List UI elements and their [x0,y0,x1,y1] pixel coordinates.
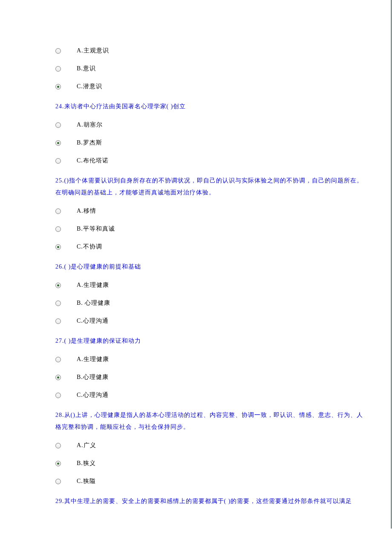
radio-icon [55,479,61,484]
radio-wrap[interactable] [55,479,77,484]
radio-icon [55,375,61,380]
option-label: B.意识 [77,65,96,72]
radio-wrap[interactable] [55,158,77,164]
option-label: B.平等和真诚 [77,225,115,233]
option-row[interactable]: C.布伦塔诺 [13,157,378,165]
radio-icon [55,244,61,250]
option-row[interactable]: A.胡塞尔 [13,121,378,129]
radio-wrap[interactable] [55,122,77,128]
radio-wrap[interactable] [55,283,77,288]
radio-wrap[interactable] [55,375,77,380]
radio-wrap[interactable] [55,66,77,72]
option-label: C.心理沟通 [77,391,109,399]
radio-icon [55,84,61,90]
radio-wrap[interactable] [55,318,77,324]
option-row[interactable]: A.移情 [13,207,378,215]
option-row[interactable]: B.心理健康 [13,373,378,381]
radio-icon [55,301,61,306]
option-row[interactable]: B.意识 [13,65,378,72]
option-label: B.心理健康 [77,373,109,381]
radio-wrap[interactable] [55,140,77,146]
option-row[interactable]: A.生理健康 [13,356,378,363]
radio-icon [55,226,61,232]
option-label: A.移情 [77,207,96,215]
option-row[interactable]: C.心理沟通 [13,317,378,325]
radio-icon [55,283,61,288]
option-label: C.潜意识 [77,83,102,90]
radio-icon [55,318,61,324]
option-label: B.狭义 [77,460,96,467]
option-row[interactable]: C.狭隘 [13,477,378,485]
option-row[interactable]: C.不协调 [13,243,378,251]
radio-icon [55,48,61,54]
radio-wrap[interactable] [55,84,77,90]
radio-wrap[interactable] [55,208,77,214]
question-text: 28.从()上讲，心理健康是指人的基本心理活动的过程、内容完整、协调一致，即认识… [13,409,378,433]
radio-wrap[interactable] [55,301,77,306]
radio-icon [55,393,61,398]
option-row[interactable]: A.生理健康 [13,281,378,289]
option-row[interactable]: B.狭义 [13,460,378,467]
option-label: B.罗杰斯 [77,139,102,147]
option-label: A.广义 [77,442,96,449]
radio-icon [55,208,61,214]
option-label: A.生理健康 [77,281,109,289]
option-row[interactable]: B. 心理健康 [13,299,378,307]
option-label: C.布伦塔诺 [77,157,109,165]
question-text: 27.( )是生理健康的保证和动力 [13,335,378,347]
radio-wrap[interactable] [55,226,77,232]
option-row[interactable]: A.主观意识 [13,47,378,55]
option-label: B. 心理健康 [77,299,110,307]
option-label: A.生理健康 [77,356,109,363]
option-label: C.心理沟通 [77,317,109,325]
radio-icon [55,443,61,448]
option-label: C.不协调 [77,243,102,251]
question-23-options: A.主观意识 B.意识 C.潜意识 [13,47,378,90]
radio-icon [55,122,61,128]
question-text: 26.( )是心理健康的前提和基础 [13,261,378,273]
radio-wrap[interactable] [55,461,77,466]
radio-icon [55,461,61,466]
option-row[interactable]: C.潜意识 [13,83,378,90]
radio-icon [55,158,61,164]
option-row[interactable]: C.心理沟通 [13,391,378,399]
question-text: 24.来访者中心疗法由美国著名心理学家( )创立 [13,101,378,113]
radio-icon [55,66,61,72]
radio-wrap[interactable] [55,393,77,398]
option-label: A.胡塞尔 [77,121,103,129]
radio-icon [55,140,61,146]
radio-wrap[interactable] [55,48,77,54]
radio-wrap[interactable] [55,443,77,448]
option-label: A.主观意识 [77,47,109,55]
quiz-content: A.主观意识 B.意识 C.潜意识 24.来访者中心疗法由美国著名心理学家( )… [0,0,392,529]
option-row[interactable]: B.罗杰斯 [13,139,378,147]
option-row[interactable]: B.平等和真诚 [13,225,378,233]
option-row[interactable]: A.广义 [13,442,378,449]
option-label: C.狭隘 [77,477,96,485]
radio-wrap[interactable] [55,244,77,250]
radio-wrap[interactable] [55,357,77,362]
radio-icon [55,357,61,362]
questions-container: 24.来访者中心疗法由美国著名心理学家( )创立A.胡塞尔B.罗杰斯C.布伦塔诺… [13,101,378,507]
question-text: 25.()指个体需要认识到自身所存在的不协调状况，即自己的认识与实际体验之间的不… [13,175,378,199]
question-text: 29.其中生理上的需要、安全上的需要和感情上的需要都属于( )的需要，这些需要通… [13,495,378,507]
